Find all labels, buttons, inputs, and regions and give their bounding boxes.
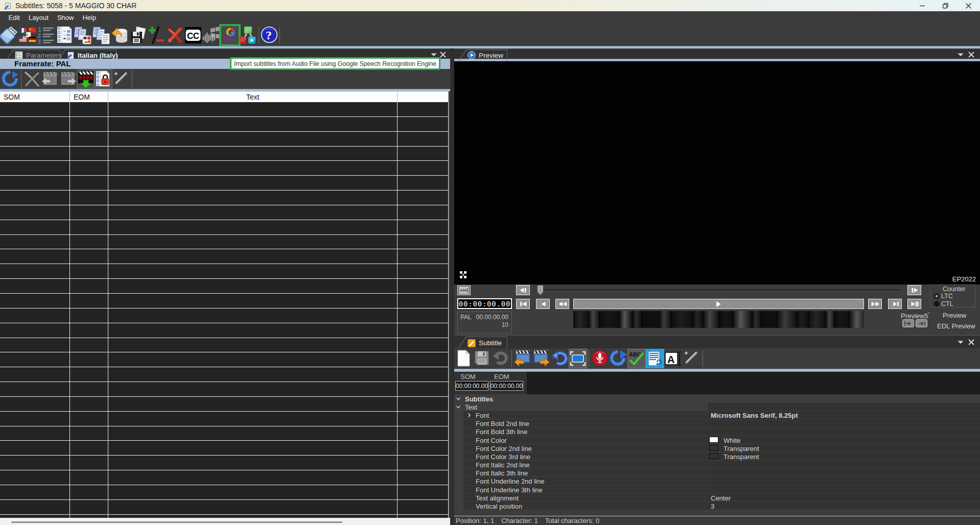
grid-cell[interactable] bbox=[108, 412, 398, 426]
menu-item-edit[interactable]: Edit bbox=[4, 14, 24, 21]
table-row[interactable] bbox=[0, 456, 449, 470]
panel-menu-caret-icon[interactable] bbox=[958, 340, 964, 344]
panel-close-icon[interactable] bbox=[968, 339, 974, 345]
grid-cell[interactable] bbox=[70, 456, 108, 470]
grid-cell[interactable] bbox=[108, 147, 398, 161]
grid-cell[interactable] bbox=[108, 117, 398, 131]
tab-preview[interactable]: Preview bbox=[465, 50, 507, 60]
grid-cell[interactable] bbox=[398, 470, 449, 485]
film-thumbnail-bar[interactable] bbox=[573, 311, 864, 328]
grid-cell[interactable] bbox=[108, 264, 398, 278]
table-row[interactable] bbox=[0, 249, 449, 264]
grid-cell[interactable] bbox=[398, 147, 449, 161]
step-back-button[interactable] bbox=[516, 285, 530, 295]
grid-cell[interactable] bbox=[0, 161, 70, 175]
grid-cell[interactable] bbox=[70, 117, 108, 131]
table-row[interactable] bbox=[0, 176, 449, 190]
grid-cell[interactable] bbox=[70, 249, 108, 264]
audio-wave-windows-icon[interactable] bbox=[202, 26, 221, 45]
grid-cell[interactable] bbox=[70, 470, 108, 485]
slider-track[interactable] bbox=[539, 290, 901, 291]
table-row[interactable] bbox=[0, 338, 449, 353]
spellcheck-abc-icon[interactable]: ABC bbox=[627, 349, 646, 368]
grid-cell[interactable] bbox=[70, 161, 108, 175]
goto-end-button[interactable] bbox=[907, 299, 921, 309]
grid-cell[interactable] bbox=[0, 500, 70, 514]
grid-cell[interactable] bbox=[398, 485, 449, 499]
rewind-button[interactable] bbox=[555, 299, 569, 309]
tree-row-font-underline-3th-line[interactable]: Font Underline 3th line bbox=[454, 486, 980, 494]
goto-start-button[interactable] bbox=[516, 299, 530, 309]
table-row[interactable] bbox=[0, 161, 449, 176]
cut-scissors-icon[interactable] bbox=[23, 69, 41, 88]
grid-cell[interactable] bbox=[108, 397, 398, 411]
grid-cell[interactable] bbox=[0, 132, 70, 146]
clapper-arrow-right-icon[interactable] bbox=[532, 349, 550, 368]
position-slider[interactable] bbox=[536, 285, 903, 295]
grid-cell[interactable] bbox=[108, 161, 398, 175]
grid-cell[interactable] bbox=[0, 338, 70, 352]
table-row[interactable] bbox=[0, 264, 449, 279]
undo-disabled-icon[interactable] bbox=[492, 349, 510, 368]
clapper-next-icon[interactable] bbox=[59, 69, 77, 88]
workflow-nodes-icon[interactable] bbox=[239, 26, 258, 45]
languages-flags-icon[interactable] bbox=[18, 26, 37, 45]
tree-row-font-color[interactable]: Font ColorWhite bbox=[454, 436, 980, 444]
delete-red-x-icon[interactable] bbox=[166, 26, 184, 45]
panel-close-icon[interactable] bbox=[968, 52, 974, 58]
grid-cell[interactable] bbox=[108, 220, 398, 234]
grid-cell[interactable] bbox=[108, 176, 398, 190]
google-document-icon[interactable]: GOOG bbox=[55, 26, 74, 45]
grid-cell[interactable] bbox=[0, 235, 70, 249]
copy-subtitle-docs-icon[interactable] bbox=[74, 26, 92, 45]
grid-cell[interactable] bbox=[398, 352, 449, 367]
table-row[interactable] bbox=[0, 117, 449, 132]
grid-cell[interactable] bbox=[108, 235, 398, 249]
safe-area-icon[interactable] bbox=[569, 349, 587, 368]
grid-cell[interactable] bbox=[108, 338, 398, 352]
grid-cell[interactable] bbox=[0, 397, 70, 411]
grid-cell[interactable] bbox=[398, 176, 449, 190]
grid-cell[interactable] bbox=[0, 456, 70, 470]
grid-cell[interactable] bbox=[398, 367, 449, 381]
table-row[interactable] bbox=[0, 352, 449, 367]
menu-item-show[interactable]: Show bbox=[53, 14, 78, 21]
grid-cell[interactable] bbox=[70, 205, 108, 220]
grid-cell[interactable] bbox=[70, 220, 108, 234]
tree-row-font-bold-2nd-line[interactable]: Font Bold 2nd line bbox=[454, 419, 980, 427]
numbered-list-icon[interactable]: 123 bbox=[37, 26, 55, 45]
fast-forward-button[interactable] bbox=[868, 299, 882, 309]
tree-row-font-underline-2nd-line[interactable]: Font Underline 2nd line bbox=[454, 477, 980, 485]
grid-h-scrollbar-thumb[interactable] bbox=[11, 521, 342, 523]
grid-cell[interactable] bbox=[108, 441, 398, 455]
magic-wand-icon[interactable] bbox=[112, 69, 130, 88]
grid-cell[interactable] bbox=[0, 441, 70, 455]
panel-close-icon[interactable] bbox=[440, 52, 446, 58]
table-row[interactable] bbox=[0, 132, 449, 147]
table-row[interactable] bbox=[0, 102, 449, 117]
grid-cell[interactable] bbox=[108, 485, 398, 499]
tree-row-text[interactable]: Text bbox=[454, 403, 980, 411]
grid-cell[interactable] bbox=[398, 249, 449, 264]
grid-cell[interactable] bbox=[108, 500, 398, 514]
table-row[interactable] bbox=[0, 470, 449, 485]
new-project-icon[interactable] bbox=[0, 26, 18, 45]
microphone-icon[interactable] bbox=[591, 349, 609, 368]
tree-row-font-italic-2nd-line[interactable]: Font Italic 2nd line bbox=[454, 461, 980, 469]
grid-cell[interactable] bbox=[0, 102, 70, 116]
grid-cell[interactable] bbox=[108, 470, 398, 485]
grid-cell[interactable] bbox=[0, 485, 70, 499]
grid-header-som[interactable]: SOM bbox=[0, 91, 70, 102]
grid-header-eom[interactable]: EOM bbox=[70, 91, 108, 102]
grid-cell[interactable] bbox=[70, 426, 108, 441]
import-database-icon[interactable] bbox=[110, 26, 129, 45]
grid-cell[interactable] bbox=[398, 323, 449, 338]
subtitle-grid[interactable] bbox=[0, 102, 449, 518]
grid-cell[interactable] bbox=[70, 412, 108, 426]
step-forward-button[interactable] bbox=[907, 285, 921, 295]
refresh-blue-icon[interactable] bbox=[2, 69, 19, 88]
video-area[interactable]: EP2022 bbox=[454, 61, 980, 284]
menu-item-layout[interactable]: Layout bbox=[24, 14, 53, 21]
grid-cell[interactable] bbox=[70, 132, 108, 146]
grid-cell[interactable] bbox=[398, 205, 449, 220]
